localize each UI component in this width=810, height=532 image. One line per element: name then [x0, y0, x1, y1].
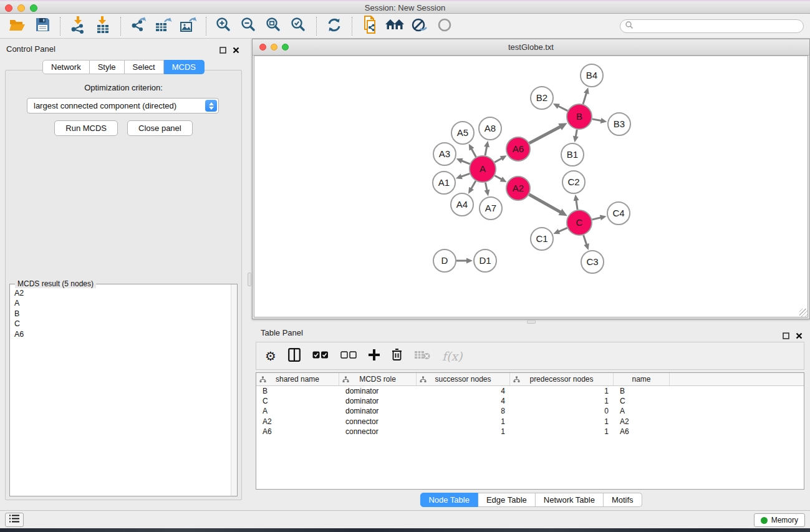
zoom-selected-button[interactable] — [286, 16, 311, 37]
result-scrollbar[interactable] — [231, 284, 237, 496]
tab-mcds[interactable]: MCDS — [164, 60, 205, 74]
float-panel-icon[interactable] — [219, 45, 226, 56]
edge-C-C3[interactable] — [584, 235, 587, 246]
splitter-handle-horizontal[interactable] — [527, 320, 536, 324]
cell-successor-nodes[interactable]: 1 — [417, 427, 510, 436]
cell-predecessor-nodes[interactable]: 0 — [510, 407, 614, 415]
export-table-button[interactable] — [151, 16, 176, 37]
tab-select[interactable]: Select — [125, 60, 164, 74]
save-session-button[interactable] — [30, 16, 55, 37]
node-a7[interactable]: A7 — [480, 197, 502, 220]
network-canvas[interactable]: ABCA6A2A1A3A4A5A7A8B1B2B3B4C1C2C3C4DD1 — [254, 56, 808, 317]
cell-name[interactable]: A6 — [614, 427, 670, 436]
task-history-button[interactable] — [5, 513, 24, 527]
edge-A-A4[interactable] — [471, 181, 476, 190]
edge-C-C2[interactable] — [576, 200, 577, 210]
function-builder-icon[interactable]: f(x) — [442, 349, 463, 363]
table-row-a[interactable]: Adominator80A — [256, 406, 804, 416]
edge-A-A2[interactable] — [494, 176, 502, 180]
node-a3[interactable]: A3 — [433, 143, 456, 165]
table-row-a6[interactable]: A6connector11A6 — [256, 427, 804, 437]
delete-table-icon[interactable] — [414, 350, 430, 362]
edge-A-A6[interactable] — [494, 158, 503, 162]
duplicate-network-button[interactable] — [357, 16, 382, 37]
edge-B-B3[interactable] — [592, 119, 602, 121]
cell-shared-name[interactable]: A2 — [256, 417, 339, 426]
edge-A-A7[interactable] — [485, 183, 487, 191]
export-network-button[interactable] — [126, 16, 151, 37]
edge-A-A8[interactable] — [485, 146, 487, 156]
node-a5[interactable]: A5 — [451, 122, 474, 144]
cell-mcds-role[interactable]: connector — [339, 417, 417, 426]
cell-mcds-role[interactable]: dominator — [339, 387, 417, 395]
edge-A-A1[interactable] — [460, 173, 470, 177]
node-a6[interactable]: A6 — [506, 137, 530, 161]
cell-successor-nodes[interactable]: 4 — [417, 397, 510, 405]
edge-A-A5[interactable] — [471, 148, 476, 157]
column-header-successor-nodes[interactable]: successor nodes — [417, 373, 510, 385]
cell-mcds-role[interactable]: dominator — [339, 397, 417, 405]
search-input[interactable] — [634, 21, 803, 32]
cell-name[interactable]: B — [614, 387, 670, 395]
node-c2[interactable]: C2 — [562, 171, 585, 193]
cell-mcds-role[interactable]: dominator — [339, 407, 417, 415]
zoom-fit-button[interactable] — [261, 16, 286, 37]
edge-A6-B[interactable] — [529, 126, 561, 143]
table-row-b[interactable]: Bdominator41B — [256, 386, 804, 396]
result-item-c[interactable]: C — [11, 319, 230, 329]
tab-motifs[interactable]: Motifs — [604, 493, 642, 507]
tab-network[interactable]: Network — [42, 60, 90, 74]
node-b[interactable]: B — [567, 104, 592, 129]
network-window-titlebar[interactable]: testGlobe.txt — [253, 39, 809, 56]
show-graphics-details-button[interactable] — [432, 16, 457, 37]
node-b4[interactable]: B4 — [581, 64, 603, 87]
close-panel-button[interactable]: Close panel — [127, 120, 193, 136]
node-d[interactable]: D — [433, 249, 456, 272]
zoom-in-button[interactable] — [211, 16, 236, 37]
open-session-button[interactable] — [5, 16, 30, 37]
zoom-out-button[interactable] — [236, 16, 261, 37]
delete-column-icon[interactable] — [392, 348, 402, 364]
cell-shared-name[interactable]: C — [256, 397, 339, 405]
cell-successor-nodes[interactable]: 1 — [417, 417, 510, 426]
cell-successor-nodes[interactable]: 4 — [417, 387, 510, 395]
column-header-shared-name[interactable]: shared name — [256, 373, 339, 385]
edge-A-A3[interactable] — [461, 160, 470, 164]
cell-predecessor-nodes[interactable]: 1 — [510, 397, 614, 405]
node-a4[interactable]: A4 — [451, 193, 473, 216]
columns-icon[interactable] — [288, 348, 301, 364]
node-b2[interactable]: B2 — [531, 87, 553, 109]
column-header-mcds-role[interactable]: MCDS role — [339, 373, 417, 385]
tab-network-table[interactable]: Network Table — [536, 493, 604, 507]
tab-style[interactable]: Style — [90, 60, 125, 74]
edge-B-B2[interactable] — [557, 106, 567, 111]
table-row-c[interactable]: Cdominator41C — [256, 396, 804, 406]
node-a[interactable]: A — [470, 156, 496, 182]
cell-predecessor-nodes[interactable]: 1 — [510, 417, 614, 426]
import-network-button[interactable] — [65, 16, 90, 37]
run-mcds-button[interactable]: Run MCDS — [54, 120, 118, 136]
edge-C-C1[interactable] — [558, 228, 567, 232]
edge-C-C4[interactable] — [592, 217, 601, 220]
close-panel-icon[interactable] — [233, 45, 239, 56]
home-button[interactable] — [382, 16, 407, 37]
column-header-predecessor-nodes[interactable]: predecessor nodes — [510, 373, 614, 385]
float-table-panel-icon[interactable] — [783, 331, 789, 342]
tab-node-table[interactable]: Node Table — [420, 493, 478, 507]
node-a1[interactable]: A1 — [433, 172, 455, 194]
edge-A2-C[interactable] — [529, 195, 561, 213]
node-c[interactable]: C — [567, 210, 592, 235]
select-all-icon[interactable] — [312, 351, 329, 362]
node-a2[interactable]: A2 — [506, 177, 530, 200]
deselect-all-icon[interactable] — [340, 351, 357, 362]
node-b3[interactable]: B3 — [608, 113, 630, 135]
cell-successor-nodes[interactable]: 8 — [417, 407, 510, 415]
cell-shared-name[interactable]: A6 — [256, 427, 339, 436]
cell-shared-name[interactable]: A — [256, 407, 339, 415]
search-field[interactable] — [620, 19, 804, 33]
cell-name[interactable]: C — [614, 397, 670, 405]
node-b1[interactable]: B1 — [561, 143, 584, 166]
edge-B-B4[interactable] — [583, 92, 587, 104]
cell-name[interactable]: A2 — [614, 417, 670, 426]
import-table-button[interactable] — [90, 16, 115, 37]
